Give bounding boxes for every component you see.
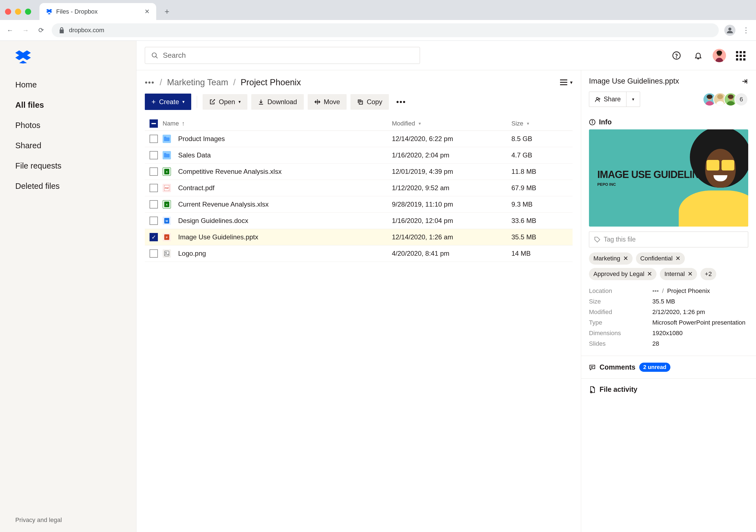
row-checkbox[interactable]	[149, 135, 158, 143]
new-tab-button[interactable]: +	[160, 7, 175, 16]
row-checkbox[interactable]	[149, 216, 158, 225]
row-checkbox[interactable]	[149, 184, 158, 192]
svg-point-4	[676, 58, 677, 58]
file-modified: 1/12/2020, 9:52 am	[392, 184, 449, 192]
remove-tag-icon[interactable]: ✕	[647, 270, 652, 278]
reload-button[interactable]: ⟳	[36, 25, 46, 35]
column-name[interactable]: Name ↑	[163, 120, 392, 127]
privacy-legal-link[interactable]: Privacy and legal	[0, 508, 136, 532]
info-value-type: Microsoft PowerPoint presentation	[652, 319, 748, 326]
move-icon	[314, 99, 320, 105]
app-grid-icon[interactable]	[733, 48, 748, 63]
row-checkbox[interactable]	[149, 167, 158, 176]
info-value-location[interactable]: ••• / Project Phoenix	[652, 287, 748, 294]
file-size: 33.6 MB	[511, 217, 536, 225]
file-size: 9.3 MB	[511, 200, 532, 208]
breadcrumb-more-icon[interactable]: •••	[145, 78, 154, 87]
info-label-dimensions: Dimensions	[589, 330, 647, 337]
row-checkbox[interactable]	[149, 151, 158, 159]
sort-asc-icon: ↑	[182, 120, 185, 127]
tag-chip[interactable]: Marketing✕	[589, 252, 633, 265]
view-options-icon[interactable]	[560, 79, 567, 86]
file-size: 11.8 MB	[511, 168, 536, 175]
shared-members[interactable]: 6	[706, 92, 748, 106]
copy-icon	[357, 99, 363, 105]
remove-tag-icon[interactable]: ✕	[623, 255, 628, 262]
breadcrumb-current: Project Phoenix	[241, 77, 301, 88]
details-panel: Image Use Guidelines.pptx Share	[581, 70, 756, 532]
file-size: 67.9 MB	[511, 184, 536, 192]
download-button[interactable]: Download	[251, 94, 304, 110]
file-row[interactable]: PDFContract.pdf1/12/2020, 9:52 am67.9 MB	[145, 180, 573, 196]
tag-chip[interactable]: Confidential✕	[636, 252, 685, 265]
copy-button[interactable]: Copy	[350, 94, 389, 110]
user-avatar[interactable]	[713, 49, 726, 62]
remove-tag-icon[interactable]: ✕	[675, 255, 680, 262]
address-bar[interactable]: dropbox.com	[52, 23, 719, 37]
file-row[interactable]: Sales Data1/16/2020, 2:04 pm4.7 GB	[145, 147, 573, 164]
info-value-size: 35.5 MB	[652, 298, 748, 305]
share-dropdown[interactable]: ▾	[626, 92, 640, 107]
file-row[interactable]: ✓PImage Use Guidelines.pptx12/14/2020, 1…	[145, 229, 573, 245]
sidebar-item-file-requests[interactable]: File requests	[0, 156, 136, 176]
file-activity-section[interactable]: File activity	[581, 378, 756, 400]
file-row[interactable]: WDesign Guidelines.docx1/16/2020, 12:04 …	[145, 213, 573, 229]
open-button[interactable]: Open ▾	[202, 94, 247, 110]
powerpoint-icon: P	[163, 233, 171, 241]
sidebar-item-home[interactable]: Home	[0, 75, 136, 95]
dropbox-logo-icon[interactable]	[0, 50, 136, 75]
browser-profile-icon[interactable]	[724, 25, 736, 36]
file-row[interactable]: Logo.png4/20/2020, 8:41 pm14 MB	[145, 245, 573, 262]
info-label-slides: Slides	[589, 340, 647, 347]
notifications-icon[interactable]	[691, 48, 705, 63]
back-button[interactable]: ←	[5, 25, 15, 35]
row-checkbox[interactable]	[149, 200, 158, 209]
svg-point-27	[707, 94, 712, 99]
share-button[interactable]: Share	[589, 92, 626, 107]
row-checkbox[interactable]: ✓	[149, 233, 158, 241]
help-icon[interactable]	[669, 48, 684, 63]
move-button[interactable]: Move	[308, 94, 347, 110]
file-row[interactable]: XCurrent Revenue Analysis.xlsx9/28/2019,…	[145, 196, 573, 213]
tag-input[interactable]: Tag this file	[589, 232, 748, 247]
sidebar-item-all-files[interactable]: All files	[0, 95, 136, 115]
forward-button[interactable]: →	[20, 25, 31, 35]
browser-menu-icon[interactable]: ⋮	[741, 26, 751, 35]
collapse-panel-icon[interactable]	[741, 78, 748, 85]
close-tab-icon[interactable]: ✕	[145, 8, 149, 15]
file-preview[interactable]: IMAGE USE GUIDELINES PEPO INC	[589, 129, 748, 227]
breadcrumb-parent[interactable]: Marketing Team	[167, 77, 228, 88]
column-modified[interactable]: Modified ▼	[392, 120, 511, 127]
sidebar-item-shared[interactable]: Shared	[0, 136, 136, 156]
browser-tab[interactable]: Files - Dropbox ✕	[40, 3, 156, 20]
info-icon	[589, 119, 596, 125]
row-checkbox[interactable]	[149, 249, 158, 258]
sidebar-item-photos[interactable]: Photos	[0, 115, 136, 136]
tag-chip[interactable]: Approved by Legal✕	[589, 268, 657, 280]
file-row[interactable]: XCompetitive Revenue Analysis.xlsx12/01/…	[145, 164, 573, 180]
chevron-down-icon[interactable]: ▾	[570, 79, 573, 86]
create-button[interactable]: + Create ▾	[145, 93, 191, 110]
file-row[interactable]: Product Images12/14/2020, 6:22 pm8.5 GB	[145, 131, 573, 147]
window-controls[interactable]	[5, 9, 31, 15]
browser-chrome: Files - Dropbox ✕ + ← → ⟳ dropbox.com ⋮	[0, 0, 756, 41]
comments-section[interactable]: Comments 2 unread	[581, 356, 756, 378]
select-all-checkbox[interactable]	[149, 119, 158, 128]
svg-point-1	[152, 53, 156, 57]
dropbox-favicon-icon	[46, 9, 52, 14]
info-label-type: Type	[589, 319, 647, 326]
search-input[interactable]: Search	[145, 47, 420, 64]
sidebar-item-deleted-files[interactable]: Deleted files	[0, 176, 136, 196]
toolbar-more-icon[interactable]: •••	[393, 97, 409, 106]
tag-chip[interactable]: Internal✕	[660, 268, 697, 280]
info-section-header[interactable]: Info	[589, 115, 748, 129]
file-name: Sales Data	[178, 151, 211, 159]
tags-more[interactable]: +2	[700, 268, 716, 280]
column-size[interactable]: Size ▼	[511, 120, 573, 127]
file-size: 8.5 GB	[511, 135, 532, 143]
excel-icon: X	[163, 167, 171, 176]
svg-point-33	[728, 94, 734, 99]
remove-tag-icon[interactable]: ✕	[688, 270, 693, 278]
activity-icon	[589, 386, 596, 393]
file-modified: 1/16/2020, 2:04 pm	[392, 151, 449, 159]
